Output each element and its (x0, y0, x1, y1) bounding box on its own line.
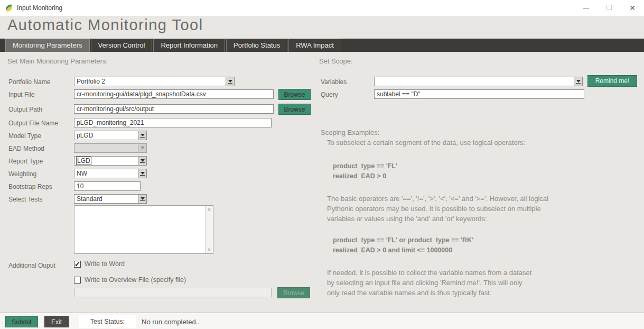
model-type-select[interactable]: pLGD (74, 131, 147, 140)
test-status-value: No run completed.. (142, 318, 200, 326)
scoping-para1-line1: The basic operators are '==', '!=', '>',… (327, 195, 548, 203)
portfolio-name-select[interactable]: Portfolio 2 (74, 77, 235, 86)
input-file-field[interactable] (74, 89, 274, 99)
minimize-button[interactable] (574, 0, 598, 16)
maximize-button[interactable] (598, 0, 621, 16)
bootstrap-reps-field[interactable] (74, 181, 141, 191)
scoping-para1-line2: Pythonic operators may be used. It is po… (327, 205, 541, 213)
close-button[interactable]: ✕ (621, 0, 644, 16)
chevron-down-icon[interactable] (138, 195, 146, 203)
close-icon: ✕ (629, 4, 636, 12)
label-model-type: Model Type (8, 132, 41, 140)
select-tests-select[interactable]: Standard (74, 194, 147, 204)
write-to-word-row: ✓ Write to Word (74, 260, 125, 268)
label-query: Query (321, 91, 338, 98)
scoping-heading: Scoping Examples: (321, 129, 379, 136)
label-portfolio-name: Portfolio Name (8, 78, 50, 86)
submit-button[interactable]: Submit (5, 316, 38, 327)
app-icon (5, 4, 13, 12)
tests-listbox-body[interactable] (74, 206, 205, 253)
output-path-field[interactable] (74, 104, 274, 114)
label-output-path: Output Path (8, 106, 42, 113)
checkmark-icon: ✓ (74, 260, 80, 268)
output-file-name-field[interactable] (74, 118, 272, 127)
chevron-down-icon[interactable] (574, 77, 582, 86)
write-to-word-label: Write to Word (85, 260, 125, 268)
write-to-overview-label: Write to Overview File (specify file) (85, 276, 186, 284)
tab-monitoring-parameters[interactable]: Monitoring Parameters (5, 39, 90, 52)
remind-me-button[interactable]: Remind me! (587, 75, 637, 87)
chevron-down-icon (138, 144, 146, 152)
label-report-type: Report Type (8, 158, 43, 165)
chevron-up-icon[interactable]: ∧ (207, 207, 211, 212)
label-ead-method: EAD Method (8, 145, 44, 152)
weighting-select[interactable]: NW (74, 169, 147, 178)
scoping-intro: To subselect a certain segment of the da… (327, 139, 525, 147)
chevron-down-icon[interactable] (138, 131, 146, 140)
scoping-example2-line2: realized_EAD > 0 and limit <= 1000000 (333, 246, 452, 254)
tab-version-control[interactable]: Version Control (91, 39, 153, 52)
browse-input-file-button[interactable]: Browse (278, 89, 311, 100)
tab-bar: Monitoring Parameters Version Control Re… (0, 39, 644, 52)
maximize-icon (606, 5, 612, 10)
label-additional-output: Additional Ouput (8, 262, 55, 269)
scoping-example1-line1: product_type == 'FL' (333, 162, 397, 170)
browse-overview-file-button: Browse (277, 287, 310, 298)
label-output-file-name: Output File Name (8, 120, 58, 127)
set-scope-heading: Set Scope: (319, 57, 353, 65)
scoping-para2-line2: by selecting an input file and clicking … (327, 279, 522, 287)
chevron-down-icon[interactable] (226, 77, 234, 86)
report-type-select[interactable]: LGD (74, 156, 147, 166)
window-title: Input Monitoring (17, 4, 62, 12)
label-bootstrap-reps: Bootstrap Reps (8, 183, 52, 190)
scoping-para1-line3: variables or values using the 'and' and … (327, 215, 487, 223)
chevron-down-icon[interactable]: ∨ (207, 247, 211, 252)
tests-listbox[interactable]: ∧ ∨ (74, 205, 213, 254)
scoping-para2-line3: only read the variable names and is thus… (327, 289, 491, 297)
tab-report-information[interactable]: Report Information (153, 39, 225, 52)
label-input-file: Input File (8, 91, 34, 98)
ead-method-select (74, 143, 147, 153)
scoping-example2-line1: product_type == 'FL' or product_type == … (333, 236, 473, 244)
label-select-tests: Select Tests (8, 196, 42, 203)
tests-listbox-scrollbar[interactable]: ∧ ∨ (205, 206, 213, 253)
app-window: Input Monitoring ✕ Automatic Monitoring … (0, 0, 644, 329)
variables-select[interactable] (374, 77, 583, 86)
chevron-down-icon[interactable] (138, 157, 146, 165)
chevron-down-icon[interactable] (138, 169, 146, 178)
minimize-icon (583, 8, 589, 8)
label-weighting: Weighting (8, 170, 36, 178)
test-status-label: Test Status: (79, 315, 136, 328)
tab-portfolio-status[interactable]: Portfolio Status (226, 39, 287, 52)
label-variables: Variables (321, 78, 347, 86)
write-to-overview-row: Write to Overview File (specify file) (74, 276, 186, 284)
write-to-overview-checkbox[interactable] (74, 277, 81, 284)
page-title: Automatic Monitoring Tool (7, 16, 203, 34)
exit-button[interactable]: Exit (44, 316, 69, 327)
scoping-example1-line2: realized_EAD > 0 (333, 172, 386, 180)
tab-rwa-impact[interactable]: RWA Impact (288, 39, 341, 52)
write-to-word-checkbox[interactable]: ✓ (74, 261, 81, 268)
main-parameters-heading: Set Main Monitoring Parameters: (7, 57, 108, 65)
overview-file-field (74, 288, 272, 297)
query-field[interactable] (374, 89, 584, 99)
browse-output-path-button[interactable]: Browse (278, 104, 311, 115)
title-bar: Input Monitoring ✕ (0, 0, 644, 16)
scoping-para2-line1: If needed, it is possible to collect the… (327, 269, 531, 277)
status-bar: Submit Exit Test Status: No run complete… (0, 313, 644, 329)
